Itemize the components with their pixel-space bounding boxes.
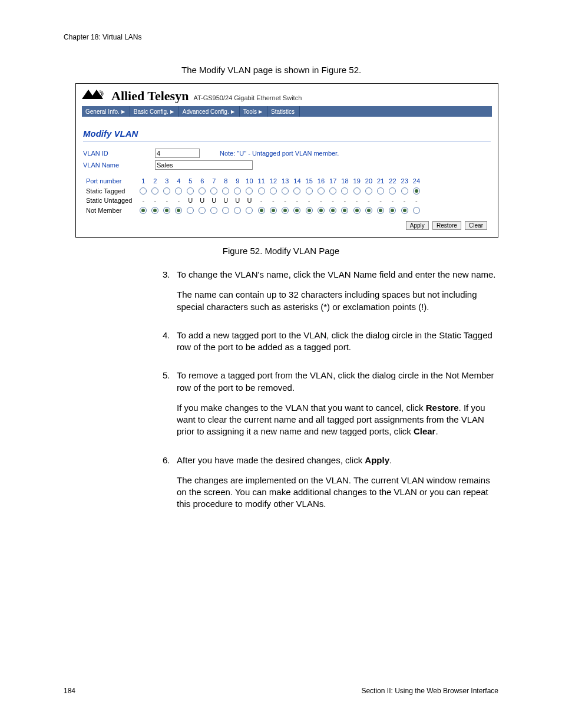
not-member-radio[interactable] (341, 207, 348, 214)
not-member-cell[interactable] (375, 206, 386, 215)
tagged-cell[interactable] (150, 186, 160, 195)
tagged-cell[interactable] (220, 186, 231, 195)
tagged-radio[interactable] (293, 187, 300, 195)
tagged-cell[interactable] (244, 186, 254, 195)
not-member-radio[interactable] (199, 207, 206, 214)
tagged-radio[interactable] (163, 187, 170, 195)
not-member-radio[interactable] (210, 207, 217, 214)
tagged-radio[interactable] (282, 187, 289, 195)
tagged-radio[interactable] (413, 187, 420, 195)
tagged-radio[interactable] (140, 187, 147, 195)
tagged-cell[interactable] (328, 186, 338, 195)
tagged-cell[interactable] (232, 186, 243, 195)
tagged-cell[interactable] (339, 186, 350, 195)
not-member-radio[interactable] (187, 207, 194, 214)
tagged-radio[interactable] (187, 187, 194, 195)
menu-advanced-config[interactable]: Advanced Config.▶ (179, 106, 240, 117)
tagged-radio[interactable] (246, 187, 253, 195)
tagged-radio[interactable] (306, 187, 313, 195)
vlan-id-input[interactable] (155, 149, 200, 158)
not-member-cell[interactable] (244, 206, 254, 215)
tagged-cell[interactable] (197, 186, 207, 195)
not-member-cell[interactable] (363, 206, 374, 215)
tagged-cell[interactable] (268, 186, 279, 195)
not-member-cell[interactable] (411, 206, 422, 215)
not-member-radio[interactable] (246, 207, 253, 214)
tagged-radio[interactable] (199, 187, 206, 195)
tagged-cell[interactable] (304, 186, 315, 195)
not-member-radio[interactable] (365, 207, 372, 214)
not-member-cell[interactable] (256, 206, 267, 215)
not-member-cell[interactable] (316, 206, 326, 215)
tagged-cell[interactable] (280, 186, 290, 195)
not-member-cell[interactable] (268, 206, 279, 215)
not-member-radio[interactable] (306, 207, 313, 214)
clear-button[interactable]: Clear (465, 221, 487, 230)
tagged-cell[interactable] (411, 186, 422, 195)
menu-tools[interactable]: Tools▶ (240, 106, 267, 117)
not-member-radio[interactable] (222, 207, 229, 214)
not-member-cell[interactable] (328, 206, 338, 215)
not-member-cell[interactable] (339, 206, 350, 215)
tagged-radio[interactable] (222, 187, 229, 195)
not-member-radio[interactable] (258, 207, 265, 214)
tagged-cell[interactable] (138, 186, 148, 195)
not-member-radio[interactable] (175, 207, 182, 214)
not-member-radio[interactable] (270, 207, 277, 214)
tagged-cell[interactable] (316, 186, 326, 195)
not-member-radio[interactable] (413, 207, 420, 214)
menu-statistics[interactable]: Statistics (267, 106, 300, 117)
not-member-radio[interactable] (151, 207, 158, 214)
not-member-radio[interactable] (329, 207, 336, 214)
tagged-radio[interactable] (234, 187, 241, 195)
not-member-radio[interactable] (282, 207, 289, 214)
tagged-radio[interactable] (377, 187, 384, 195)
tagged-radio[interactable] (389, 187, 396, 195)
not-member-radio[interactable] (140, 207, 147, 214)
tagged-radio[interactable] (151, 187, 158, 195)
tagged-cell[interactable] (256, 186, 267, 195)
not-member-cell[interactable] (280, 206, 290, 215)
tagged-cell[interactable] (363, 186, 374, 195)
not-member-cell[interactable] (197, 206, 207, 215)
tagged-cell[interactable] (161, 186, 172, 195)
tagged-cell[interactable] (399, 186, 410, 195)
not-member-radio[interactable] (234, 207, 241, 214)
tagged-cell[interactable] (387, 186, 398, 195)
tagged-radio[interactable] (270, 187, 277, 195)
not-member-radio[interactable] (401, 207, 408, 214)
tagged-cell[interactable] (292, 186, 302, 195)
not-member-cell[interactable] (232, 206, 243, 215)
tagged-radio[interactable] (210, 187, 217, 195)
menu-general-info[interactable]: General Info.▶ (82, 106, 130, 117)
tagged-radio[interactable] (258, 187, 265, 195)
not-member-cell[interactable] (185, 206, 196, 215)
not-member-radio[interactable] (293, 207, 300, 214)
tagged-radio[interactable] (318, 187, 325, 195)
not-member-cell[interactable] (292, 206, 302, 215)
tagged-cell[interactable] (173, 186, 184, 195)
not-member-cell[interactable] (220, 206, 231, 215)
tagged-cell[interactable] (209, 186, 219, 195)
not-member-radio[interactable] (377, 207, 384, 214)
tagged-radio[interactable] (365, 187, 372, 195)
apply-button[interactable]: Apply (406, 221, 429, 230)
not-member-radio[interactable] (389, 207, 396, 214)
not-member-cell[interactable] (173, 206, 184, 215)
vlan-name-input[interactable] (155, 160, 253, 170)
menu-basic-config[interactable]: Basic Config.▶ (130, 106, 179, 117)
restore-button[interactable]: Restore (432, 221, 461, 230)
tagged-radio[interactable] (341, 187, 348, 195)
not-member-cell[interactable] (387, 206, 398, 215)
tagged-cell[interactable] (375, 186, 386, 195)
not-member-cell[interactable] (304, 206, 315, 215)
tagged-cell[interactable] (352, 186, 362, 195)
tagged-cell[interactable] (185, 186, 196, 195)
tagged-radio[interactable] (353, 187, 361, 195)
not-member-cell[interactable] (399, 206, 410, 215)
not-member-cell[interactable] (352, 206, 362, 215)
not-member-radio[interactable] (318, 207, 325, 214)
tagged-radio[interactable] (401, 187, 408, 195)
not-member-cell[interactable] (150, 206, 160, 215)
not-member-radio[interactable] (163, 207, 170, 214)
